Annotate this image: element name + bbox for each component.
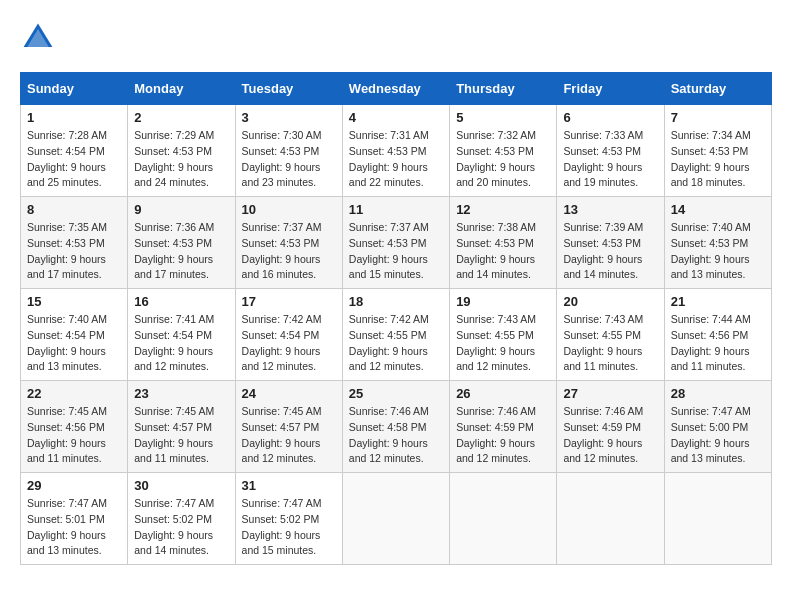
calendar-day-cell: 3Sunrise: 7:30 AMSunset: 4:53 PMDaylight…	[235, 105, 342, 197]
calendar-day-cell: 18Sunrise: 7:42 AMSunset: 4:55 PMDayligh…	[342, 289, 449, 381]
daylight-text: Daylight: 9 hours and 12 minutes.	[134, 345, 213, 373]
sunset-text: Sunset: 4:54 PM	[27, 145, 105, 157]
daylight-text: Daylight: 9 hours and 15 minutes.	[349, 253, 428, 281]
day-info: Sunrise: 7:47 AMSunset: 5:02 PMDaylight:…	[242, 496, 336, 559]
day-number: 13	[563, 202, 657, 217]
day-number: 1	[27, 110, 121, 125]
day-info: Sunrise: 7:45 AMSunset: 4:57 PMDaylight:…	[134, 404, 228, 467]
calendar-day-cell: 22Sunrise: 7:45 AMSunset: 4:56 PMDayligh…	[21, 381, 128, 473]
day-number: 25	[349, 386, 443, 401]
day-number: 17	[242, 294, 336, 309]
day-info: Sunrise: 7:37 AMSunset: 4:53 PMDaylight:…	[349, 220, 443, 283]
day-info: Sunrise: 7:31 AMSunset: 4:53 PMDaylight:…	[349, 128, 443, 191]
calendar-week-row: 1Sunrise: 7:28 AMSunset: 4:54 PMDaylight…	[21, 105, 772, 197]
day-number: 16	[134, 294, 228, 309]
daylight-text: Daylight: 9 hours and 14 minutes.	[134, 529, 213, 557]
weekday-header-cell: Tuesday	[235, 73, 342, 105]
day-number: 24	[242, 386, 336, 401]
calendar-day-cell: 27Sunrise: 7:46 AMSunset: 4:59 PMDayligh…	[557, 381, 664, 473]
day-info: Sunrise: 7:39 AMSunset: 4:53 PMDaylight:…	[563, 220, 657, 283]
sunrise-text: Sunrise: 7:46 AM	[349, 405, 429, 417]
weekday-header-cell: Sunday	[21, 73, 128, 105]
calendar-day-cell: 10Sunrise: 7:37 AMSunset: 4:53 PMDayligh…	[235, 197, 342, 289]
day-info: Sunrise: 7:47 AMSunset: 5:01 PMDaylight:…	[27, 496, 121, 559]
daylight-text: Daylight: 9 hours and 22 minutes.	[349, 161, 428, 189]
daylight-text: Daylight: 9 hours and 13 minutes.	[27, 345, 106, 373]
calendar-week-row: 15Sunrise: 7:40 AMSunset: 4:54 PMDayligh…	[21, 289, 772, 381]
day-number: 31	[242, 478, 336, 493]
daylight-text: Daylight: 9 hours and 14 minutes.	[456, 253, 535, 281]
calendar-day-cell: 1Sunrise: 7:28 AMSunset: 4:54 PMDaylight…	[21, 105, 128, 197]
logo	[20, 20, 60, 56]
sunrise-text: Sunrise: 7:42 AM	[349, 313, 429, 325]
day-number: 19	[456, 294, 550, 309]
sunrise-text: Sunrise: 7:33 AM	[563, 129, 643, 141]
sunset-text: Sunset: 4:53 PM	[563, 237, 641, 249]
calendar-day-cell	[342, 473, 449, 565]
day-number: 11	[349, 202, 443, 217]
sunset-text: Sunset: 4:53 PM	[349, 237, 427, 249]
calendar-day-cell: 8Sunrise: 7:35 AMSunset: 4:53 PMDaylight…	[21, 197, 128, 289]
sunset-text: Sunset: 5:00 PM	[671, 421, 749, 433]
day-number: 28	[671, 386, 765, 401]
daylight-text: Daylight: 9 hours and 25 minutes.	[27, 161, 106, 189]
day-info: Sunrise: 7:29 AMSunset: 4:53 PMDaylight:…	[134, 128, 228, 191]
daylight-text: Daylight: 9 hours and 12 minutes.	[349, 345, 428, 373]
sunrise-text: Sunrise: 7:44 AM	[671, 313, 751, 325]
sunrise-text: Sunrise: 7:42 AM	[242, 313, 322, 325]
calendar-day-cell	[664, 473, 771, 565]
sunset-text: Sunset: 4:57 PM	[242, 421, 320, 433]
day-info: Sunrise: 7:42 AMSunset: 4:54 PMDaylight:…	[242, 312, 336, 375]
weekday-header-cell: Thursday	[450, 73, 557, 105]
sunset-text: Sunset: 4:53 PM	[349, 145, 427, 157]
day-info: Sunrise: 7:44 AMSunset: 4:56 PMDaylight:…	[671, 312, 765, 375]
calendar-day-cell: 19Sunrise: 7:43 AMSunset: 4:55 PMDayligh…	[450, 289, 557, 381]
calendar-day-cell: 20Sunrise: 7:43 AMSunset: 4:55 PMDayligh…	[557, 289, 664, 381]
weekday-header-cell: Wednesday	[342, 73, 449, 105]
calendar-day-cell: 28Sunrise: 7:47 AMSunset: 5:00 PMDayligh…	[664, 381, 771, 473]
day-number: 8	[27, 202, 121, 217]
daylight-text: Daylight: 9 hours and 12 minutes.	[563, 437, 642, 465]
day-info: Sunrise: 7:37 AMSunset: 4:53 PMDaylight:…	[242, 220, 336, 283]
day-info: Sunrise: 7:43 AMSunset: 4:55 PMDaylight:…	[563, 312, 657, 375]
daylight-text: Daylight: 9 hours and 11 minutes.	[671, 345, 750, 373]
day-info: Sunrise: 7:38 AMSunset: 4:53 PMDaylight:…	[456, 220, 550, 283]
daylight-text: Daylight: 9 hours and 23 minutes.	[242, 161, 321, 189]
daylight-text: Daylight: 9 hours and 17 minutes.	[134, 253, 213, 281]
day-info: Sunrise: 7:35 AMSunset: 4:53 PMDaylight:…	[27, 220, 121, 283]
sunrise-text: Sunrise: 7:47 AM	[27, 497, 107, 509]
calendar-day-cell: 17Sunrise: 7:42 AMSunset: 4:54 PMDayligh…	[235, 289, 342, 381]
sunrise-text: Sunrise: 7:34 AM	[671, 129, 751, 141]
calendar-week-row: 29Sunrise: 7:47 AMSunset: 5:01 PMDayligh…	[21, 473, 772, 565]
sunset-text: Sunset: 4:53 PM	[456, 237, 534, 249]
day-number: 2	[134, 110, 228, 125]
day-number: 14	[671, 202, 765, 217]
calendar-header-row: SundayMondayTuesdayWednesdayThursdayFrid…	[21, 73, 772, 105]
daylight-text: Daylight: 9 hours and 17 minutes.	[27, 253, 106, 281]
calendar-day-cell: 2Sunrise: 7:29 AMSunset: 4:53 PMDaylight…	[128, 105, 235, 197]
calendar-day-cell: 26Sunrise: 7:46 AMSunset: 4:59 PMDayligh…	[450, 381, 557, 473]
sunrise-text: Sunrise: 7:47 AM	[134, 497, 214, 509]
sunset-text: Sunset: 4:54 PM	[242, 329, 320, 341]
calendar-day-cell: 5Sunrise: 7:32 AMSunset: 4:53 PMDaylight…	[450, 105, 557, 197]
weekday-header-cell: Friday	[557, 73, 664, 105]
weekday-header-cell: Monday	[128, 73, 235, 105]
sunrise-text: Sunrise: 7:30 AM	[242, 129, 322, 141]
calendar-week-row: 22Sunrise: 7:45 AMSunset: 4:56 PMDayligh…	[21, 381, 772, 473]
sunrise-text: Sunrise: 7:32 AM	[456, 129, 536, 141]
calendar-day-cell: 9Sunrise: 7:36 AMSunset: 4:53 PMDaylight…	[128, 197, 235, 289]
sunrise-text: Sunrise: 7:46 AM	[456, 405, 536, 417]
sunrise-text: Sunrise: 7:45 AM	[134, 405, 214, 417]
calendar-day-cell	[557, 473, 664, 565]
daylight-text: Daylight: 9 hours and 12 minutes.	[242, 437, 321, 465]
sunset-text: Sunset: 4:53 PM	[563, 145, 641, 157]
sunset-text: Sunset: 4:59 PM	[563, 421, 641, 433]
day-number: 4	[349, 110, 443, 125]
calendar-day-cell: 11Sunrise: 7:37 AMSunset: 4:53 PMDayligh…	[342, 197, 449, 289]
calendar-body: 1Sunrise: 7:28 AMSunset: 4:54 PMDaylight…	[21, 105, 772, 565]
sunset-text: Sunset: 4:53 PM	[134, 145, 212, 157]
sunset-text: Sunset: 4:54 PM	[27, 329, 105, 341]
day-info: Sunrise: 7:45 AMSunset: 4:56 PMDaylight:…	[27, 404, 121, 467]
daylight-text: Daylight: 9 hours and 13 minutes.	[671, 253, 750, 281]
day-number: 6	[563, 110, 657, 125]
